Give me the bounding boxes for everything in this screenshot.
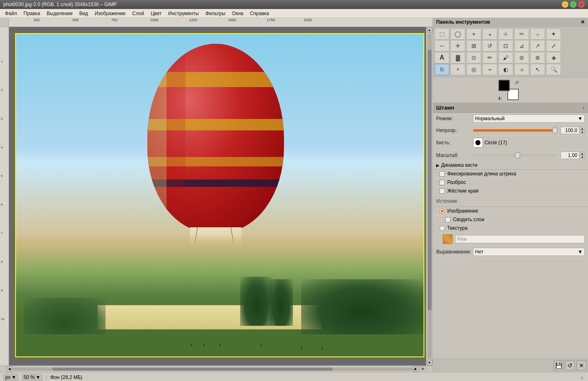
opacity-slider[interactable] bbox=[473, 129, 557, 132]
mode-control[interactable]: Нормальный ▼ bbox=[473, 114, 585, 123]
unit-selector[interactable]: px ▼ bbox=[3, 374, 18, 381]
hscroll-left-button[interactable]: ◀ bbox=[7, 366, 12, 372]
airbrush-tool[interactable]: ⊛ bbox=[530, 52, 545, 63]
canvas-container[interactable]: ▲ ▼ bbox=[9, 27, 433, 365]
perspective-tool[interactable]: ↗ bbox=[530, 40, 545, 52]
clone-tool[interactable]: ⎘ bbox=[435, 64, 449, 75]
merge-layers-checkbox[interactable] bbox=[445, 217, 451, 222]
scale-value[interactable] bbox=[561, 152, 579, 159]
menu-filters[interactable]: Фильтры bbox=[202, 10, 229, 17]
menu-color[interactable]: Цвет bbox=[147, 10, 165, 17]
blend-tool[interactable]: ⊙ bbox=[466, 52, 481, 63]
texture-preview[interactable] bbox=[443, 234, 453, 244]
zoom-selector[interactable]: 50 % ▼ bbox=[22, 374, 43, 381]
corner-button[interactable]: ✛ bbox=[419, 366, 426, 372]
shear-tool[interactable]: ⊿ bbox=[514, 40, 529, 52]
ellipse-select-tool[interactable]: ◯ bbox=[451, 28, 465, 40]
menu-select[interactable]: Выделение bbox=[43, 10, 76, 17]
ink-tool[interactable]: ◈ bbox=[546, 52, 561, 63]
opacity-slider-thumb[interactable] bbox=[552, 128, 557, 133]
bucket-fill-tool[interactable]: ▓ bbox=[451, 52, 465, 63]
scale-tool[interactable]: ⊡ bbox=[498, 40, 513, 52]
menu-layer[interactable]: Слой bbox=[129, 10, 147, 17]
menu-view[interactable]: Вид bbox=[76, 10, 92, 17]
foreground-select-tool[interactable]: ⬦ bbox=[530, 28, 545, 40]
dodge-burn-tool[interactable]: ⟡ bbox=[514, 64, 529, 75]
vscroll-track[interactable] bbox=[428, 34, 432, 359]
hscroll-right-button[interactable]: ▶ bbox=[413, 366, 419, 372]
canvas-image[interactable] bbox=[16, 34, 424, 356]
brush-row: Кисть: Circle (17) bbox=[433, 136, 588, 150]
zoom-tool[interactable]: 🔍 bbox=[546, 64, 561, 75]
vscroll-down-button[interactable]: ▼ bbox=[427, 360, 433, 365]
hard-edges-row: Жёсткие края bbox=[433, 187, 588, 195]
reset-colors-icon[interactable]: ◧ bbox=[498, 96, 502, 100]
scale-slider[interactable] bbox=[473, 154, 557, 157]
heal-tool[interactable]: ⚬ bbox=[451, 64, 465, 75]
rect-select-tool[interactable]: ⬚ bbox=[435, 28, 449, 40]
source-image-radio[interactable] bbox=[439, 208, 445, 214]
tool-options-close-icon[interactable]: ↓ bbox=[583, 105, 585, 111]
menu-edit[interactable]: Правка bbox=[20, 10, 44, 17]
hscroll-thumb[interactable] bbox=[52, 368, 333, 371]
scatter-checkbox[interactable] bbox=[439, 180, 445, 185]
scale-up-button[interactable]: ▲ bbox=[580, 152, 585, 155]
dynamics-section[interactable]: ▶ Динамика кисти bbox=[433, 161, 588, 170]
hard-edges-checkbox[interactable] bbox=[439, 188, 445, 194]
vscroll-thumb[interactable] bbox=[428, 50, 432, 310]
scale-down-button[interactable]: ▼ bbox=[580, 155, 585, 159]
free-select-tool[interactable]: ⌖ bbox=[466, 28, 481, 40]
paintbrush-tool[interactable]: 🖌 bbox=[498, 52, 513, 63]
text-tool[interactable]: A bbox=[435, 52, 449, 63]
close-button[interactable]: ✕ bbox=[578, 1, 585, 8]
scale-slider-thumb[interactable] bbox=[515, 152, 520, 158]
ruler-horizontal: 250 500 750 1000 1250 1500 1750 2000 bbox=[9, 18, 433, 27]
align-dropdown[interactable]: Нет ▼ bbox=[473, 248, 585, 256]
minimize-button[interactable]: – bbox=[562, 1, 568, 8]
texture-name-field[interactable] bbox=[455, 235, 585, 243]
vscroll-up-button[interactable]: ▲ bbox=[427, 27, 433, 33]
flip-tool[interactable]: ⤢ bbox=[546, 40, 561, 52]
fixed-length-checkbox[interactable] bbox=[439, 171, 445, 177]
horizontal-scrollbar[interactable]: ◀ ▶ ✛ bbox=[0, 365, 433, 372]
maximize-button[interactable]: □ bbox=[570, 1, 577, 8]
opacity-down-button[interactable]: ▼ bbox=[580, 130, 585, 134]
vertical-scrollbar[interactable]: ▲ ▼ bbox=[426, 27, 433, 365]
mode-dropdown[interactable]: Нормальный ▼ bbox=[473, 114, 585, 123]
opacity-value[interactable] bbox=[561, 127, 579, 134]
bottom-icon-1[interactable]: 💾 bbox=[554, 361, 563, 370]
scissors-select-tool[interactable]: ✂ bbox=[514, 28, 529, 40]
align-tool[interactable]: ↔ bbox=[435, 40, 449, 52]
menu-file[interactable]: Файл bbox=[2, 10, 20, 17]
eraser-tool[interactable]: ⊘ bbox=[514, 52, 529, 63]
texture-radio[interactable] bbox=[439, 226, 445, 231]
perspective-clone-tool[interactable]: ◎ bbox=[466, 64, 481, 75]
smudge-tool[interactable]: ◐ bbox=[498, 64, 513, 75]
menu-tools[interactable]: Инструменты bbox=[165, 10, 202, 17]
move-tool[interactable]: ✛ bbox=[451, 40, 465, 52]
trees-left bbox=[24, 298, 106, 334]
brush-preview[interactable] bbox=[473, 138, 483, 148]
tool-panel-close-icon[interactable]: ✕ bbox=[581, 19, 585, 25]
fuzzy-select-tool[interactable]: ⁎ bbox=[482, 28, 497, 40]
color-picker-tool[interactable]: ↖ bbox=[530, 64, 545, 75]
pencil-tool[interactable]: ✏ bbox=[482, 52, 497, 63]
bottom-icon-2[interactable]: ↺ bbox=[565, 361, 575, 370]
menu-windows[interactable]: Окна bbox=[229, 10, 247, 17]
crop-tool[interactable]: ⊞ bbox=[466, 40, 481, 52]
hscroll-track[interactable] bbox=[12, 368, 413, 371]
foreground-background-colors: ⇄ ◧ bbox=[498, 80, 519, 100]
paths-tool[interactable]: ✦ bbox=[546, 28, 561, 40]
bottom-icon-3[interactable]: ✕ bbox=[577, 361, 586, 370]
align-control[interactable]: Нет ▼ bbox=[473, 248, 585, 256]
swap-colors-icon[interactable]: ⇄ bbox=[515, 80, 519, 85]
trees-right bbox=[301, 279, 424, 334]
source-header: Источник bbox=[433, 195, 588, 207]
select-color-tool[interactable]: ⊹ bbox=[498, 28, 513, 40]
rotate-tool[interactable]: ↺ bbox=[482, 40, 497, 52]
blur-tool[interactable]: ⌁ bbox=[482, 64, 497, 75]
foreground-color-swatch[interactable] bbox=[498, 80, 510, 91]
menu-image[interactable]: Изображение bbox=[91, 10, 129, 17]
menu-help[interactable]: Справка bbox=[247, 10, 273, 17]
opacity-up-button[interactable]: ▲ bbox=[580, 127, 585, 130]
